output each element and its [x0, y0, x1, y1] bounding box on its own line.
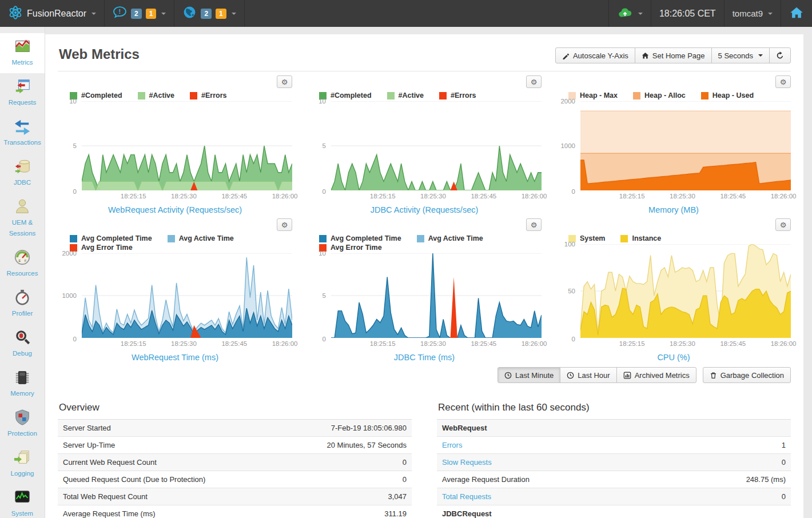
legend-item-completed[interactable]: #Completed	[319, 91, 372, 99]
sidebar-item-label: Memory	[10, 388, 34, 399]
legend-item-heap-alloc[interactable]: Heap - Alloc	[633, 91, 686, 99]
chart-cpu: ⚙SystemInstance10050018:25:1518:25:3018:…	[556, 218, 791, 362]
legend-item-avg-error-time[interactable]: Avg Error Time	[70, 244, 133, 252]
brand-menu[interactable]: FusionReactor	[0, 0, 105, 27]
chart-settings-button[interactable]: ⚙	[775, 218, 791, 231]
legend-swatch	[138, 92, 145, 99]
sidebar-item-transactions[interactable]: Transactions	[0, 113, 45, 153]
y-tick-label: 10	[319, 98, 326, 105]
refresh-button[interactable]	[769, 47, 791, 63]
global-status-menu[interactable]: 2 1	[174, 0, 244, 27]
sidebar-item-uem-sessions[interactable]: UEM & Sessions	[0, 193, 45, 244]
sidebar-item-resources[interactable]: EFResources	[0, 244, 45, 284]
legend-item-avg-completed-time[interactable]: Avg Completed Time	[319, 234, 401, 242]
last-minute-button[interactable]: Last Minute	[497, 367, 560, 383]
x-tick-label: 18:26:00	[522, 340, 547, 347]
sidebar-item-logging[interactable]: Logging	[0, 444, 45, 484]
alerts-menu[interactable]: ! 2 1	[105, 0, 174, 27]
y-tick-label: 1000	[62, 292, 77, 299]
legend-label: Avg Active Time	[179, 234, 234, 242]
row-label[interactable]: Slow Requests	[442, 458, 492, 467]
sidebar-item-system-resources[interactable]: System Resources	[0, 484, 45, 518]
chart-gear-row: ⚙	[556, 218, 791, 233]
legend-item-active[interactable]: #Active	[138, 91, 174, 99]
home-icon	[789, 5, 804, 22]
legend-item-avg-active-time[interactable]: Avg Active Time	[417, 234, 483, 242]
garbage-collection-button[interactable]: Garbage Collection	[703, 367, 791, 383]
x-tick-label: 18:26:00	[272, 193, 298, 200]
legend-item-completed[interactable]: #Completed	[70, 91, 122, 99]
row-label[interactable]: Total Requests	[442, 492, 491, 501]
chart-settings-button[interactable]: ⚙	[277, 75, 292, 88]
x-tick-label: 18:25:15	[121, 340, 146, 347]
autoscale-y-axis-button[interactable]: Autoscale Y-Axis	[555, 47, 635, 63]
chart-settings-button[interactable]: ⚙	[775, 75, 791, 88]
caret-down-icon	[91, 13, 96, 15]
chart-legend: Heap - MaxHeap - AllocHeap - Used	[556, 91, 791, 99]
table-title: Recent (within the last 60 seconds)	[437, 402, 791, 420]
sidebar-item-requests[interactable]: Requests	[0, 73, 45, 113]
gear-icon: ⚙	[780, 221, 787, 229]
legend-item-avg-completed-time[interactable]: Avg Completed Time	[70, 234, 152, 242]
chart-title-link[interactable]: WebRequest Activity (Requests/sec)	[58, 205, 292, 214]
chart-settings-button[interactable]: ⚙	[526, 75, 542, 88]
sidebar-item-jdbc[interactable]: JDBC	[0, 153, 45, 193]
instance-menu[interactable]: tomcat9	[724, 0, 781, 27]
chart-legend: #Completed#Active#Errors	[307, 91, 542, 99]
x-tick-label: 18:26:00	[522, 193, 547, 200]
clock-icon	[504, 372, 512, 379]
button-label: Last Hour	[578, 371, 610, 380]
chart-title-link[interactable]: JDBC Time (ms)	[307, 353, 542, 362]
navbar-right: 18:26:05 CET tomcat9	[608, 0, 812, 27]
sidebar-item-protection[interactable]: Protection	[0, 404, 45, 444]
chart-settings-button[interactable]: ⚙	[277, 218, 292, 231]
sidebar-item-debug[interactable]: Debug	[0, 324, 45, 364]
plot-column: 18:25:1518:25:3018:25:4518:26:00	[331, 253, 542, 348]
sidebar-item-profiler[interactable]: Profiler	[0, 284, 45, 324]
sidebar-item-metrics[interactable]: Metrics	[0, 33, 45, 73]
table-row: Server Started7-Feb-19 18:05:06.980	[58, 420, 412, 437]
y-tick-label: 5	[73, 142, 77, 149]
chart-title-link[interactable]: CPU (%)	[556, 353, 791, 362]
legend-swatch	[620, 235, 628, 242]
sidebar-item-label: Logging	[11, 468, 34, 479]
sidebar-item-memory[interactable]: Memory	[0, 364, 45, 404]
legend-label: Instance	[632, 234, 661, 242]
cloud-menu[interactable]	[608, 0, 651, 27]
legend-item-active[interactable]: #Active	[387, 91, 424, 99]
metrics-range-group: Last MinuteLast HourArchived Metrics	[497, 367, 696, 383]
legend-swatch	[70, 235, 77, 242]
table-row: Queued Request Count (Due to Protection)…	[58, 471, 412, 488]
chart-title-link[interactable]: Memory (MB)	[556, 205, 791, 214]
legend-item-avg-error-time[interactable]: Avg Error Time	[319, 244, 382, 252]
chart-title-link[interactable]: WebRequest Time (ms)	[58, 353, 292, 362]
legend-item-errors[interactable]: #Errors	[190, 91, 226, 99]
legend-swatch	[190, 92, 197, 99]
archived-metrics-button[interactable]: Archived Metrics	[616, 367, 696, 383]
y-tick-label: 10	[319, 250, 326, 257]
row-value: 248.75 (ms)	[746, 475, 786, 484]
legend-item-heap-used[interactable]: Heap - Used	[701, 91, 754, 99]
table-row: Server Up-Time20 Minutes, 57 Seconds	[58, 437, 412, 454]
legend-swatch	[417, 235, 424, 242]
legend-item-heap-max[interactable]: Heap - Max	[568, 91, 618, 99]
clock-label: 18:26:05 CET	[659, 9, 716, 19]
legend-item-errors[interactable]: #Errors	[439, 91, 476, 99]
x-tick-label: 18:25:45	[221, 193, 247, 200]
last-hour-button[interactable]: Last Hour	[560, 367, 616, 383]
home-button[interactable]	[781, 0, 812, 27]
legend-item-avg-active-time[interactable]: Avg Active Time	[168, 234, 234, 242]
row-label[interactable]: Errors	[442, 441, 462, 449]
set-home-page-button[interactable]: Set Home Page	[635, 47, 712, 63]
y-tick-label: 5	[323, 292, 326, 299]
interval-dropdown[interactable]: 5 Seconds	[711, 47, 770, 63]
chart-title-link[interactable]: JDBC Activity (Requests/sec)	[307, 205, 542, 214]
row-value: 0	[782, 492, 786, 501]
legend-item-instance[interactable]: Instance	[620, 234, 661, 242]
sidebar-nav: MetricsRequestsTransactionsJDBCUEM & Ses…	[0, 27, 45, 518]
chart-settings-button[interactable]: ⚙	[526, 218, 542, 231]
x-tick-label: 18:25:45	[221, 340, 247, 347]
chart-plot-wrap: 20001000018:25:1518:25:3018:25:4518:26:0…	[58, 253, 292, 348]
chart-webrequest-activity-requests-sec: ⚙#Completed#Active#Errors105018:25:1518:…	[58, 75, 292, 214]
button-label: Archived Metrics	[635, 371, 690, 380]
